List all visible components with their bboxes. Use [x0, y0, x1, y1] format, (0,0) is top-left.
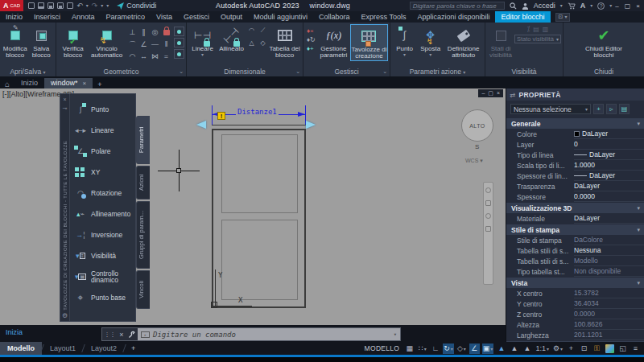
section-vista[interactable]: Vista▾	[506, 278, 644, 288]
app-menu-button[interactable]: A CAD	[0, 0, 23, 11]
recent-commands-icon[interactable]: ▸	[141, 331, 150, 338]
vp-close-icon[interactable]: ×	[497, 90, 500, 97]
annotation-visibility-icon[interactable]: ▲	[496, 343, 506, 354]
palette-item-punto-base[interactable]: ⌖ Punto base	[70, 287, 135, 308]
selection-dropdown[interactable]: Nessuna selezione ▾	[510, 104, 591, 114]
constraint-smooth-icon[interactable]: ◠	[127, 51, 138, 62]
panel-footer-gestisci[interactable]: Gestisci⌄	[303, 67, 390, 76]
salva-blocco-button[interactable]: Salva blocco	[28, 24, 54, 60]
tab-start[interactable]: Inizio	[14, 78, 44, 88]
prop-row-tipo-linea[interactable]: Tipo di linea DaLayer	[506, 150, 644, 160]
tab-express-tools[interactable]: Express Tools	[356, 11, 412, 23]
new-drawing-tab-button[interactable]: +	[93, 80, 106, 88]
signin-caret-icon[interactable]: ▾	[560, 3, 563, 8]
isolate-objects-icon[interactable]: ⚿	[592, 343, 602, 354]
hide-constraints-icon[interactable]	[174, 38, 184, 47]
palette-tab-gruppi[interactable]: Gruppi di param...	[136, 201, 150, 269]
tab-moduli-aggiuntivi[interactable]: Moduli aggiuntivi	[248, 11, 313, 23]
constraint-symmetric-icon[interactable]: ↔	[138, 51, 149, 62]
lineare-button[interactable]: ⊢⊣ Lineare ▾	[188, 24, 217, 57]
units-hardware-icon[interactable]: ⊡	[579, 343, 589, 354]
scale-selector[interactable]: 1:1▾	[535, 343, 550, 354]
constraint-horizontal-icon[interactable]: —	[150, 39, 160, 50]
section-stile-stampa[interactable]: Stile di stampa▾	[506, 224, 644, 235]
palette-item-visibilita[interactable]: ▾≡ Visibilità	[70, 245, 135, 266]
pickadd-icon[interactable]: +	[593, 104, 604, 114]
parameter-warning-icon[interactable]: !	[217, 112, 225, 120]
search-icon[interactable]	[510, 2, 517, 10]
object-snap-icon[interactable]: ▣▾	[482, 343, 494, 354]
constraint-concentric-icon[interactable]: ◎	[150, 27, 160, 38]
prop-row-z-centro[interactable]: Z centro 0.0000	[506, 309, 644, 319]
start-home-icon[interactable]: ⌂	[0, 80, 14, 88]
tab-layout1[interactable]: Layout1	[43, 342, 83, 355]
prop-row-layer[interactable]: Layer 0	[506, 139, 644, 150]
prop-row-materiale[interactable]: Materiale DaLayer	[506, 213, 644, 224]
prop-row-trasparenza[interactable]: Trasparenza DaLayer	[506, 181, 644, 191]
graphics-performance-icon[interactable]	[605, 343, 615, 354]
constraint-tangent-icon[interactable]: ⌒	[127, 39, 138, 50]
open-file-icon[interactable]	[38, 2, 44, 9]
palette-close-icon[interactable]: ×	[63, 94, 66, 103]
palette-tab-azioni[interactable]: Azioni	[136, 166, 150, 200]
properties-header[interactable]: ⇄ PROPRIETÀ	[506, 88, 644, 101]
annotation-scale-icon[interactable]: ▲	[522, 343, 532, 354]
save-icon[interactable]	[47, 2, 54, 9]
customize-wrench-icon[interactable]	[128, 331, 136, 339]
clean-screen-icon[interactable]: ◱	[617, 343, 628, 354]
command-close-icon[interactable]: ×	[119, 331, 123, 339]
tavolozze-creazione-button[interactable]: Tavolozze di creazione	[350, 24, 388, 61]
gestione-parametri-button[interactable]: ƒ(x) Gestione parametri	[317, 24, 350, 60]
snap-mode-icon[interactable]: ∷▾	[417, 343, 427, 354]
tab-output[interactable]: Output	[215, 11, 248, 23]
show-constraints-icon[interactable]	[174, 27, 184, 36]
stato-visibilita-dropdown[interactable]: Stato visibilità ▾	[514, 35, 561, 43]
tab-annota[interactable]: Annota	[66, 11, 101, 23]
prop-row-tabella-stili-2[interactable]: Tabella stili di s... Modello	[506, 256, 644, 266]
vincolo-automatico-button[interactable]: ↯ Vincolo automatico	[88, 24, 126, 60]
window-pane-bottom[interactable]	[221, 220, 298, 300]
tabella-blocco-button[interactable]: Tabella del blocco	[268, 24, 301, 60]
prop-row-spessore-linea[interactable]: Spessore di lin... DaLayer	[506, 171, 644, 181]
constraint-vertical-icon[interactable]: ǁ	[161, 39, 171, 50]
viewcube-south-label[interactable]: S	[475, 143, 479, 150]
punto-button[interactable]: ∫ Punto ▾	[392, 24, 417, 57]
plot-icon[interactable]	[67, 2, 73, 9]
parameter-grip-left[interactable]	[196, 121, 206, 129]
verifica-blocco-button[interactable]: ✔ Verifica blocco	[58, 24, 88, 60]
isodraft-icon[interactable]: ◇▾	[456, 343, 467, 354]
close-button[interactable]: ×	[636, 2, 640, 10]
ribbon-options-button[interactable]: ⊡ ▾	[555, 13, 571, 22]
model-space-button[interactable]: MODELLO	[365, 344, 400, 352]
constraint-parallel-icon[interactable]: ∥	[138, 27, 149, 38]
add-parameter-icon[interactable]: ♦+	[307, 45, 316, 52]
new-layout-button[interactable]: +	[125, 344, 142, 352]
make-visible-icon[interactable]: ▤	[533, 26, 539, 33]
modifica-blocco-button[interactable]: ✎ Modifica blocco	[2, 24, 28, 60]
cart-icon[interactable]	[568, 2, 576, 10]
object-snap-tracking-icon[interactable]: ∠	[469, 343, 480, 354]
parameter-grip-right[interactable]	[306, 121, 316, 129]
prop-row-x-centro[interactable]: X centro 15.3782	[506, 288, 644, 298]
palette-autohide-icon[interactable]: ⊸	[63, 103, 68, 112]
constraint-fix-icon[interactable]	[161, 27, 171, 38]
help-caret-icon[interactable]: ▾	[609, 3, 612, 8]
customization-menu-icon[interactable]: ≡	[630, 343, 641, 354]
sposta-button[interactable]: ✥↯ Sposta ▾	[417, 24, 444, 57]
qat-menu-caret-icon[interactable]: ▾	[106, 3, 109, 8]
tab-layout2[interactable]: Layout2	[84, 342, 124, 355]
diameter-constraint-icon[interactable]: ⟋	[258, 27, 268, 39]
command-input[interactable]: ▸ Digitare un comando ▾	[138, 328, 400, 340]
convert-constraint-icon[interactable]: ◇	[258, 39, 268, 51]
pan-icon[interactable]	[485, 200, 491, 206]
prop-row-tipo-tabella[interactable]: Tipo tabella st... Non disponibile	[506, 266, 644, 277]
new-file-icon[interactable]	[28, 2, 35, 9]
distance-parameter-label[interactable]: Distanze1	[236, 108, 279, 116]
window-pane-top[interactable]	[221, 134, 298, 213]
prop-row-stile-stampa[interactable]: Stile di stampa DaColore	[506, 235, 644, 245]
make-invisible-icon[interactable]: ▥	[543, 26, 549, 33]
palette-item-rotazione[interactable]: ◠ Rotazione	[70, 183, 135, 204]
save-as-icon[interactable]	[57, 2, 64, 9]
zoom-icon[interactable]	[485, 213, 491, 219]
chiudi-editor-button[interactable]: ✔ Chiudi Editor blocchi	[580, 24, 628, 60]
